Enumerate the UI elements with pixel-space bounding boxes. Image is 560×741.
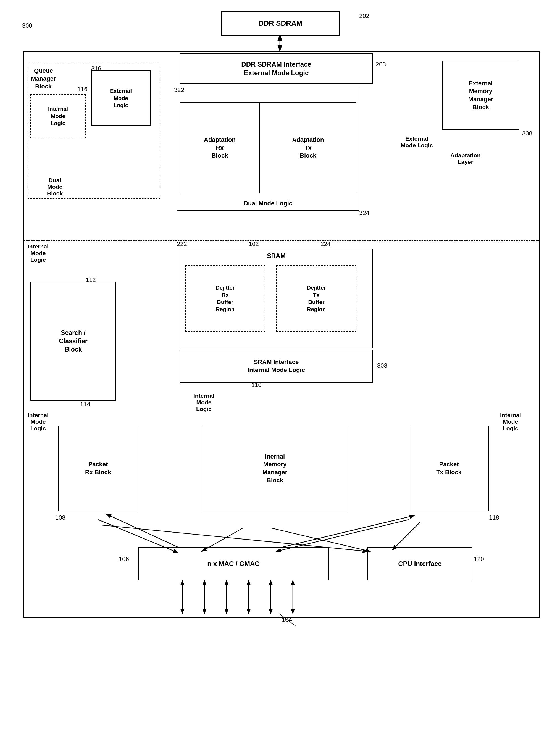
ref-202: 202: [359, 12, 369, 20]
ref-104: 104: [282, 616, 292, 623]
external-mode-logic-qm: ExternalModeLogic: [91, 70, 151, 126]
ext-memory-manager-block: ExternalMemoryManagerBlock: [442, 61, 519, 130]
mac-gmac-block: n x MAC / GMAC: [138, 547, 329, 581]
ref-316: 316: [91, 65, 101, 72]
ref-222: 222: [177, 241, 187, 248]
ref-324: 324: [359, 209, 369, 217]
adaptation-layer-label: AdaptationLayer: [450, 152, 481, 165]
ref-224: 224: [321, 241, 331, 248]
adaptation-rx-block: AdaptationRxBlock: [180, 102, 260, 194]
internal-mode-logic-qm: InternalModeLogic: [30, 94, 86, 138]
packet-rx-block: PacketRx Block: [58, 426, 138, 511]
ref-110: 110: [252, 382, 262, 389]
adaptation-tx-block: AdaptationTxBlock: [260, 102, 356, 194]
packet-tx-block: PacketTx Block: [409, 426, 489, 511]
dejitter-rx-block: DejitterRxBufferRegion: [185, 265, 265, 332]
ddr-interface-block: DDR SDRAM InterfaceExternal Mode Logic: [180, 53, 373, 84]
ref-108: 108: [55, 514, 65, 521]
search-classifier-block: Search /ClassifierBlock: [30, 282, 116, 401]
internal-mode-label-pkt-rx: InternalModeLogic: [27, 412, 49, 432]
ref-106: 106: [119, 555, 129, 563]
separator-line: [23, 241, 540, 241]
internal-mode-label-pkt-tx: InternalModeLogic: [500, 412, 521, 432]
ref-322: 322: [174, 86, 184, 94]
ref-120: 120: [474, 555, 484, 563]
ref-203: 203: [376, 61, 386, 68]
ref-118: 118: [489, 514, 499, 521]
diagram: 300 DDR SDRAM 202 DDR SDRAM InterfaceExt…: [0, 0, 560, 741]
ref-300: 300: [22, 22, 32, 29]
ref-102: 102: [249, 241, 259, 248]
ref-303: 303: [377, 362, 387, 369]
sram-interface-block: SRAM InterfaceInternal Mode Logic: [180, 350, 373, 383]
ref-116: 116: [77, 86, 87, 93]
internal-memory-manager-block: InernalMemoryManagerBlock: [202, 426, 348, 511]
internal-mode-label-center: InternalModeLogic: [193, 393, 214, 412]
ddr-sdram-block: DDR SDRAM: [221, 11, 340, 36]
ref-338: 338: [522, 130, 533, 137]
cpu-interface-block: CPU Interface: [367, 547, 473, 581]
internal-mode-label-left: InternalModeLogic: [27, 243, 49, 263]
ref-112: 112: [86, 276, 96, 284]
ext-mode-logic-label: ExternalMode Logic: [401, 135, 433, 149]
ref-114: 114: [80, 401, 90, 408]
dual-mode-block-label: DualModeBlock: [47, 177, 63, 197]
dejitter-tx-block: DejitterTxBufferRegion: [276, 265, 356, 332]
